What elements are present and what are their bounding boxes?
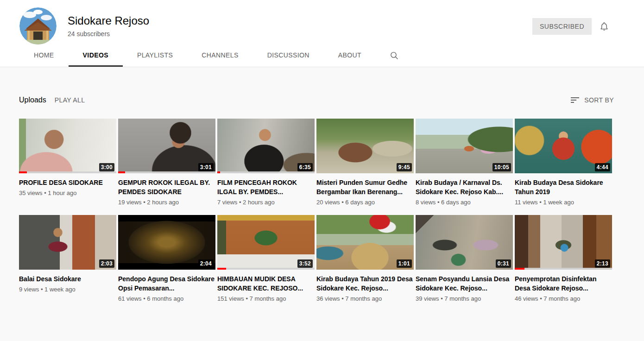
video-card[interactable]: 10:05 Kirab Budaya / Karnaval Ds. Sidoka… — [416, 119, 513, 207]
videos-content: Uploads PLAY ALL SORT BY 3:00 PROFILE DE… — [19, 96, 614, 303]
video-title[interactable]: Kirab Budaya Tahun 2019 Desa Sidokare Ke… — [316, 274, 414, 293]
video-meta: 46 views • 7 months ago — [515, 295, 612, 303]
tab-about[interactable]: ABOUT — [324, 44, 376, 67]
video-meta: 9 views • 1 week ago — [19, 285, 116, 294]
video-duration-badge: 0:31 — [496, 259, 511, 268]
subscribed-button[interactable]: SUBSCRIBED — [532, 18, 592, 35]
video-thumbnail[interactable]: 2:04 — [118, 215, 215, 270]
video-title[interactable]: HIMBAUAN MUDIK DESA SIDOKARE KEC. REJOSO… — [217, 274, 315, 293]
video-card[interactable]: 6:35 FILM PENCEGAH ROKOK ILGAL BY. PEMDE… — [217, 119, 315, 207]
channel-header: Sidokare Rejoso 24 subscribers SUBSCRIBE… — [0, 0, 644, 67]
video-meta: 36 views • 7 months ago — [316, 295, 414, 303]
avatar-image — [19, 7, 57, 44]
video-duration-badge: 3:01 — [198, 163, 214, 171]
channel-name: Sidokare Rejoso — [68, 14, 149, 27]
tab-discussion[interactable]: DISCUSSION — [253, 44, 324, 67]
video-duration-badge: 1:01 — [397, 259, 412, 268]
video-thumbnail[interactable]: 2:13 — [515, 215, 612, 270]
video-title[interactable]: PROFILE DESA SIDOKARE — [19, 178, 116, 187]
watch-progress-fill — [19, 171, 27, 173]
video-title[interactable]: Balai Desa Sidokare — [19, 274, 116, 284]
video-title[interactable]: FILM PENCEGAH ROKOK ILGAL BY. PEMDES... — [217, 178, 315, 196]
video-title[interactable]: Kirab Budaya / Karnaval Ds. Sidokare Kec… — [416, 178, 513, 196]
video-meta: 19 views • 2 hours ago — [118, 198, 215, 207]
watch-progress-track — [217, 171, 315, 173]
video-title[interactable]: Pendopo Agung Desa Sidokare Opsi Pemasar… — [118, 274, 215, 293]
channel-identity: Sidokare Rejoso 24 subscribers — [68, 14, 149, 38]
video-meta: 151 views • 7 months ago — [217, 295, 315, 303]
video-duration-badge: 10:05 — [492, 163, 511, 171]
video-duration-badge: 3:00 — [99, 163, 114, 171]
header-actions: SUBSCRIBED — [532, 18, 609, 35]
watch-progress-fill — [118, 171, 125, 173]
watch-progress-fill — [515, 268, 524, 270]
video-thumbnail[interactable]: 0:31 — [416, 215, 513, 270]
video-thumbnail[interactable]: 4:44 — [515, 119, 612, 173]
video-thumbnail[interactable]: 10:05 — [416, 119, 513, 173]
tab-home[interactable]: HOME — [19, 44, 69, 67]
video-title[interactable]: Kirab Budaya Desa Sidokare Tahun 2019 — [515, 178, 612, 196]
video-meta: 61 views • 6 months ago — [118, 295, 215, 303]
video-thumbnail[interactable]: 9:45 — [316, 119, 414, 173]
channel-avatar[interactable] — [19, 7, 57, 44]
uploads-header-row: Uploads PLAY ALL SORT BY — [19, 96, 614, 104]
channel-header-top: Sidokare Rejoso 24 subscribers SUBSCRIBE… — [0, 0, 644, 44]
video-meta: 11 views • 1 week ago — [515, 198, 612, 207]
video-thumbnail[interactable]: 3:00 — [19, 119, 116, 173]
channel-tab-bar: HOME VIDEOS PLAYLISTS CHANNELS DISCUSSIO… — [0, 44, 644, 67]
video-duration-badge: 4:44 — [595, 163, 610, 171]
watch-progress-fill — [217, 171, 220, 173]
watch-progress-fill — [217, 268, 226, 270]
play-all-button[interactable]: PLAY ALL — [55, 96, 85, 104]
watch-progress-track — [515, 268, 612, 270]
sort-filter-icon — [570, 97, 580, 103]
video-card[interactable]: 4:44 Kirab Budaya Desa Sidokare Tahun 20… — [515, 119, 612, 207]
tab-playlists[interactable]: PLAYLISTS — [123, 44, 187, 67]
video-card[interactable]: 0:31 Senam Posyandu Lansia Desa Sidokare… — [416, 215, 513, 303]
video-thumbnail[interactable]: 2:03 — [19, 215, 116, 270]
video-duration-badge: 2:04 — [198, 259, 214, 268]
watch-progress-track — [217, 268, 315, 270]
video-card[interactable]: 1:01 Kirab Budaya Tahun 2019 Desa Sidoka… — [316, 215, 414, 303]
video-meta: 7 views • 2 hours ago — [217, 198, 315, 207]
notification-bell-button[interactable] — [599, 21, 609, 32]
tab-channels[interactable]: CHANNELS — [187, 44, 253, 67]
video-thumbnail[interactable]: 1:01 — [316, 215, 414, 270]
video-grid: 3:00 PROFILE DESA SIDOKARE 35 views • 1 … — [19, 119, 614, 303]
video-meta: 20 views • 6 days ago — [316, 198, 414, 207]
video-card[interactable]: 2:13 Penyemprotan Disinfektan Desa Sidok… — [515, 215, 612, 303]
video-thumbnail[interactable]: 3:52 — [217, 215, 315, 270]
sort-by-button[interactable]: SORT BY — [570, 96, 614, 104]
uploads-title: Uploads — [19, 96, 46, 104]
search-icon — [390, 51, 398, 60]
watch-progress-track — [118, 171, 215, 173]
video-card[interactable]: 3:01 GEMPUR ROKOK ILEGAL BY. PEMDES SIDO… — [118, 119, 215, 207]
channel-search-button[interactable] — [376, 44, 413, 67]
video-card[interactable]: 2:04 Pendopo Agung Desa Sidokare Opsi Pe… — [118, 215, 215, 303]
subscriber-count: 24 subscribers — [68, 30, 149, 38]
video-duration-badge: 2:03 — [99, 259, 114, 268]
video-duration-badge: 6:35 — [297, 163, 313, 171]
sort-by-label: SORT BY — [584, 96, 614, 104]
video-meta: 35 views • 1 hour ago — [19, 189, 116, 197]
video-thumbnail[interactable]: 6:35 — [217, 119, 315, 173]
watch-progress-track — [19, 171, 116, 173]
video-title[interactable]: Penyemprotan Disinfektan Desa Sidokare R… — [515, 274, 612, 293]
video-thumbnail[interactable]: 3:01 — [118, 119, 215, 173]
video-duration-badge: 9:45 — [397, 163, 412, 171]
video-title[interactable]: Misteri Punden Sumur Gedhe Bergambar Ika… — [316, 178, 414, 196]
video-title[interactable]: GEMPUR ROKOK ILEGAL BY. PEMDES SIDOKARE — [118, 178, 215, 196]
video-card[interactable]: 3:00 PROFILE DESA SIDOKARE 35 views • 1 … — [19, 119, 116, 207]
video-meta: 8 views • 6 days ago — [416, 198, 513, 207]
video-card[interactable]: 2:03 Balai Desa Sidokare 9 views • 1 wee… — [19, 215, 116, 303]
video-title[interactable]: Senam Posyandu Lansia Desa Sidokare Kec.… — [416, 274, 513, 293]
video-card[interactable]: 3:52 HIMBAUAN MUDIK DESA SIDOKARE KEC. R… — [217, 215, 315, 303]
video-duration-badge: 2:13 — [595, 259, 610, 268]
bell-icon — [599, 21, 609, 32]
tab-videos[interactable]: VIDEOS — [69, 44, 123, 67]
video-duration-badge: 3:52 — [297, 259, 313, 268]
video-meta: 39 views • 7 months ago — [416, 295, 513, 303]
video-card[interactable]: 9:45 Misteri Punden Sumur Gedhe Bergamba… — [316, 119, 414, 207]
